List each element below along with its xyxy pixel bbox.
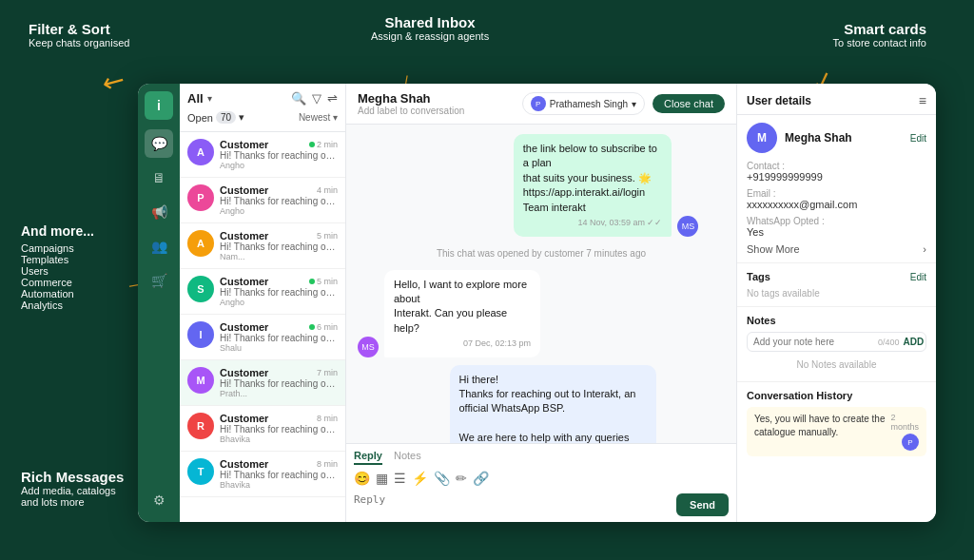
conv-time-3: 5 min bbox=[309, 277, 338, 286]
open-count: 70 bbox=[216, 111, 236, 124]
conv-time-1: 4 min bbox=[317, 185, 338, 195]
rich-subtitle: Add media, catalogsand lots more bbox=[21, 485, 124, 508]
conv-name-4: Customer bbox=[220, 321, 268, 333]
conv-tag-7: Bhavika bbox=[220, 480, 338, 490]
attachment-icon[interactable]: 📎 bbox=[434, 471, 450, 486]
user-name-row: M Megha Shah Edit bbox=[747, 123, 926, 153]
conv-header: All ▾ 🔍 ▽ ⇌ Open 70 ▾ Newest ▾ bbox=[180, 84, 345, 132]
reply-area: Reply Notes 😊 ▦ ☰ ⚡ 📎 ✏ 🔗 Send bbox=[346, 443, 736, 522]
smart-title: Smart cards bbox=[833, 21, 926, 37]
conv-tag-3: Angho bbox=[220, 298, 338, 307]
chevron-right-icon: › bbox=[923, 243, 926, 255]
conv-preview-3: Hi! Thanks for reaching out... bbox=[220, 287, 338, 298]
sidebar-icon-settings[interactable]: ⚙ bbox=[145, 486, 173, 514]
sidebar-logo[interactable]: i bbox=[145, 91, 173, 120]
messages-area: the link below to subscribe to a plantha… bbox=[346, 125, 736, 443]
sidebar-icon-users[interactable]: 👥 bbox=[145, 232, 173, 261]
conv-name-7: Customer bbox=[220, 458, 268, 470]
conv-item-5[interactable]: M Customer 7 min Hi! Thanks for reaching… bbox=[180, 360, 345, 406]
sidebar-icon-chat[interactable]: 💬 bbox=[145, 129, 173, 158]
history-item-0[interactable]: Yes, you will have to create the catalog… bbox=[747, 407, 926, 456]
more-annotation: And more... Campaigns Templates Users Co… bbox=[21, 223, 94, 311]
whatsapp-value: Yes bbox=[747, 226, 926, 238]
app-container: i 💬 🖥 📢 👥 🛒 ⚙ All ▾ 🔍 ▽ ⇌ Open 70 bbox=[138, 84, 936, 522]
conv-name-6: Customer bbox=[220, 413, 268, 424]
link-icon[interactable]: 🔗 bbox=[473, 471, 489, 486]
list-icon[interactable]: ☰ bbox=[394, 471, 406, 486]
notes-count: 0/400 bbox=[878, 338, 900, 347]
conv-avatar-7: T bbox=[187, 458, 214, 485]
close-chat-button[interactable]: Close chat bbox=[653, 94, 725, 113]
filter-icon[interactable]: ▽ bbox=[312, 91, 321, 106]
conv-preview-7: Hi! Thanks for reaching out... bbox=[220, 470, 338, 480]
edit-icon[interactable]: ✏ bbox=[456, 471, 467, 486]
shared-subtitle: Assign & reassign agents bbox=[371, 30, 489, 42]
sidebar-icon-commerce[interactable]: 🛒 bbox=[145, 266, 173, 295]
right-panel: User details ≡ M Megha Shah Edit Contact… bbox=[736, 84, 936, 522]
notes-header: Notes bbox=[747, 315, 926, 326]
sidebar-icon-screen[interactable]: 🖥 bbox=[145, 164, 173, 192]
no-notes-text: No Notes available bbox=[747, 356, 926, 374]
shared-inbox-annotation: Shared Inbox Assign & reassign agents bbox=[371, 14, 489, 42]
notes-input[interactable] bbox=[753, 337, 874, 347]
conv-preview-6: Hi! Thanks for reaching out... bbox=[220, 424, 338, 434]
conv-avatar-1: P bbox=[187, 184, 214, 211]
search-icon[interactable]: 🔍 bbox=[291, 91, 306, 106]
conv-item-1[interactable]: P Customer 4 min Hi! Thanks for reaching… bbox=[180, 178, 345, 223]
history-section: Conversation History Yes, you will have … bbox=[737, 382, 936, 464]
notes-tab[interactable]: Notes bbox=[394, 450, 421, 465]
msg-bubble-1: Hello, I want to explore more aboutInter… bbox=[384, 270, 540, 357]
open-badge[interactable]: Open 70 ▾ bbox=[187, 111, 244, 124]
panel-title: User details bbox=[747, 94, 811, 107]
sort-icon[interactable]: ⇌ bbox=[327, 91, 338, 106]
sidebar-icon-campaign[interactable]: 📢 bbox=[145, 198, 173, 226]
conv-preview-1: Hi! Thanks for reaching out... bbox=[220, 196, 338, 206]
conv-item-3[interactable]: S Customer 5 min Hi! Thanks for reaching… bbox=[180, 269, 345, 315]
chat-header-left: Megha Shah Add label to conversation bbox=[358, 91, 464, 116]
conv-avatar-2: A bbox=[187, 230, 214, 257]
grid-icon[interactable]: ▦ bbox=[376, 471, 388, 486]
msg-bubble-2: Hi there!Thanks for reaching out to Inte… bbox=[450, 365, 656, 443]
conv-time-0: 2 min bbox=[309, 140, 338, 149]
send-button[interactable]: Send bbox=[676, 493, 729, 516]
chat-contact-name: Megha Shah bbox=[358, 91, 464, 106]
agent-badge[interactable]: P Prathamesh Singh ▾ bbox=[522, 92, 645, 115]
chat-add-label[interactable]: Add label to conversation bbox=[358, 106, 464, 116]
email-value: xxxxxxxxxx@gmail.com bbox=[747, 199, 926, 210]
show-more-button[interactable]: Show More › bbox=[747, 243, 926, 255]
lightning-icon[interactable]: ⚡ bbox=[412, 471, 428, 486]
tags-header: Tags Edit bbox=[747, 271, 926, 282]
conv-item-4[interactable]: I Customer 6 min Hi! Thanks for reaching… bbox=[180, 315, 345, 360]
email-label: Email : bbox=[747, 188, 926, 199]
open-label: Open bbox=[187, 112, 213, 124]
history-text-0: Yes, you will have to create the catalog… bbox=[754, 413, 886, 439]
reply-tab[interactable]: Reply bbox=[354, 450, 382, 465]
conv-item-7[interactable]: T Customer 8 min Hi! Thanks for reaching… bbox=[180, 452, 345, 497]
more-title: And more... bbox=[21, 223, 94, 239]
filter-annotation: Filter & Sort Keep chats organised bbox=[29, 21, 129, 48]
add-note-button[interactable]: ADD bbox=[904, 337, 925, 347]
conv-item-0[interactable]: A Customer 2 min Hi! Thanks for reaching… bbox=[180, 132, 345, 178]
emoji-icon[interactable]: 😊 bbox=[354, 471, 370, 486]
notes-input-row: 0/400 ADD bbox=[747, 332, 926, 352]
notes-section: Notes 0/400 ADD No Notes available bbox=[737, 307, 936, 382]
user-avatar: M bbox=[747, 123, 777, 153]
history-meta-0: 2months P bbox=[890, 413, 919, 451]
conv-item-6[interactable]: R Customer 8 min Hi! Thanks for reaching… bbox=[180, 406, 345, 452]
email-row: Email : xxxxxxxxxx@gmail.com bbox=[747, 188, 926, 210]
no-tags-text: No tags available bbox=[747, 288, 926, 299]
conv-name-1: Customer bbox=[220, 184, 268, 196]
smart-subtitle: To store contact info bbox=[833, 37, 926, 48]
user-edit-link[interactable]: Edit bbox=[910, 133, 926, 144]
agent-chevron-icon: ▾ bbox=[632, 99, 636, 109]
message-2: Hi there!Thanks for reaching out to Inte… bbox=[358, 365, 725, 443]
newest-label[interactable]: Newest ▾ bbox=[299, 112, 338, 123]
all-label[interactable]: All bbox=[187, 91, 204, 106]
reply-input[interactable] bbox=[354, 490, 669, 516]
panel-settings-icon[interactable]: ≡ bbox=[919, 93, 926, 108]
conv-tag-1: Angho bbox=[220, 206, 338, 216]
reply-tabs: Reply Notes bbox=[354, 450, 729, 465]
conv-item-2[interactable]: A Customer 5 min Hi! Thanks for reaching… bbox=[180, 223, 345, 269]
conv-name-3: Customer bbox=[220, 276, 268, 287]
tags-edit-link[interactable]: Edit bbox=[910, 272, 926, 282]
